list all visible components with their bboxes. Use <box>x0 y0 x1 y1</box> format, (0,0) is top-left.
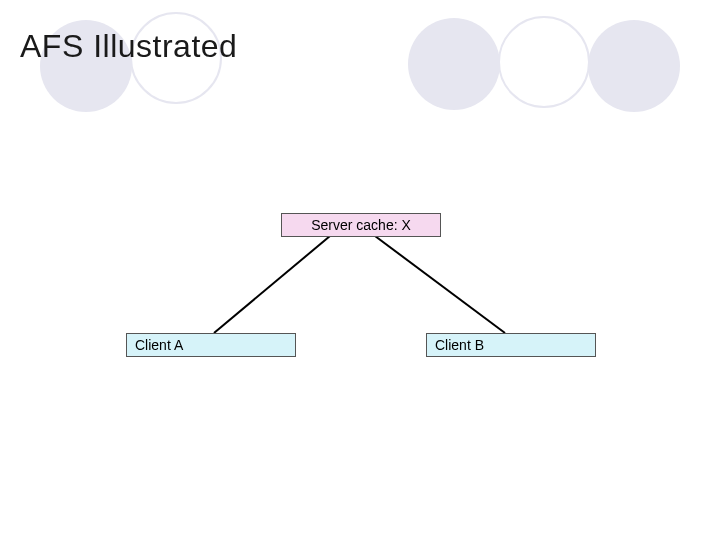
slide-stage: AFS Illustrated Server cache: X Client A… <box>0 0 720 540</box>
server-cache-node: Server cache: X <box>281 213 441 237</box>
page-title: AFS Illustrated <box>20 28 237 65</box>
client-a-node: Client A <box>126 333 296 357</box>
decor-circle-3 <box>408 18 500 110</box>
svg-line-1 <box>375 236 505 333</box>
decor-circle-4 <box>498 16 590 108</box>
svg-line-0 <box>214 236 330 333</box>
client-b-node: Client B <box>426 333 596 357</box>
decor-circle-5 <box>588 20 680 112</box>
